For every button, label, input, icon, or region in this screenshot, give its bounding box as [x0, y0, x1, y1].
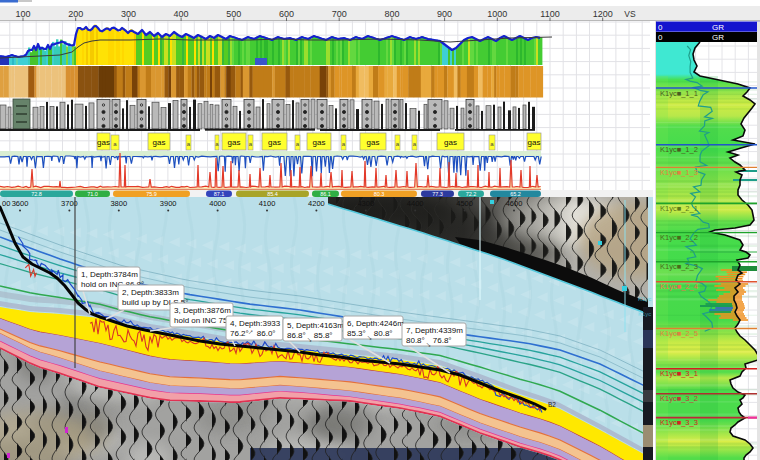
svg-text:1100: 1100 [540, 9, 559, 19]
svg-text:71.0: 71.0 [87, 191, 98, 197]
svg-text:7, Depth:4339m: 7, Depth:4339m [406, 326, 463, 335]
svg-text:900: 900 [437, 9, 452, 19]
svg-text:4600: 4600 [506, 199, 523, 208]
svg-text:VS: VS [624, 9, 636, 19]
svg-text:K1yc■_3_3: K1yc■_3_3 [660, 418, 698, 427]
svg-text:gas: gas [153, 138, 166, 147]
svg-text:87.1: 87.1 [214, 191, 225, 197]
svg-text:4400: 4400 [407, 199, 424, 208]
svg-text:K1yc■_2_2: K1yc■_2_2 [660, 233, 698, 242]
svg-text:800: 800 [384, 9, 399, 19]
svg-text:K1yc■_1_2: K1yc■_1_2 [660, 145, 698, 154]
svg-text:4200: 4200 [308, 199, 325, 208]
svg-text:4000: 4000 [209, 199, 226, 208]
svg-text:77.3: 77.3 [432, 191, 443, 197]
svg-text:1000: 1000 [487, 9, 507, 19]
svg-text:K1yc: K1yc [638, 311, 651, 317]
svg-text:1200: 1200 [593, 9, 613, 19]
svg-text:700: 700 [332, 9, 347, 19]
svg-text:100: 100 [15, 9, 30, 19]
svg-text:K1yc■_2_1: K1yc■_2_1 [660, 204, 698, 213]
svg-text:600: 600 [279, 9, 294, 19]
svg-text:K1yc■_3_2: K1yc■_3_2 [660, 394, 698, 403]
svg-text:gas: gas [528, 138, 541, 147]
svg-text:gas: gas [228, 138, 241, 147]
svg-text:K1yc■_2_3: K1yc■_2_3 [660, 262, 698, 271]
svg-text:gas: gas [97, 138, 110, 147]
svg-text:5, Depth:4163m: 5, Depth:4163m [287, 321, 344, 330]
svg-text:85.4: 85.4 [267, 191, 278, 197]
svg-text:72.2: 72.2 [466, 191, 477, 197]
svg-text:4300: 4300 [357, 199, 374, 208]
svg-text:500: 500 [226, 9, 241, 19]
svg-text:3800: 3800 [110, 199, 127, 208]
svg-text:0: 0 [658, 33, 663, 42]
svg-text:00: 00 [2, 199, 10, 208]
svg-text:2, Depth:3833m: 2, Depth:3833m [122, 288, 179, 297]
svg-text:65.2: 65.2 [510, 191, 521, 197]
svg-text:B2: B2 [548, 401, 556, 408]
svg-text:0: 0 [658, 23, 663, 32]
svg-text:GR: GR [712, 33, 724, 42]
svg-text:K1yc■_2_4: K1yc■_2_4 [660, 282, 698, 291]
svg-text:1, Depth:3784m: 1, Depth:3784m [81, 270, 138, 279]
svg-text:300: 300 [121, 9, 136, 19]
svg-text:K1yc■_1_1: K1yc■_1_1 [660, 89, 698, 98]
svg-text:72.8: 72.8 [31, 191, 42, 197]
svg-text:86.1: 86.1 [320, 191, 331, 197]
svg-text:K1yc: K1yc [638, 296, 651, 302]
svg-text:K1yc■_3_1: K1yc■_3_1 [660, 369, 698, 378]
svg-text:K1yc■_1_3: K1yc■_1_3 [660, 168, 698, 177]
svg-text:K1yc■_2_5: K1yc■_2_5 [660, 329, 698, 338]
svg-text:200: 200 [68, 9, 83, 19]
svg-text:6, Depth:4246m: 6, Depth:4246m [347, 319, 404, 328]
svg-text:gas: gas [313, 138, 326, 147]
svg-text:4500: 4500 [456, 199, 473, 208]
svg-text:gas: gas [268, 138, 281, 147]
svg-text:3900: 3900 [160, 199, 177, 208]
svg-text:400: 400 [174, 9, 189, 19]
svg-text:hold on INC 75°: hold on INC 75° [174, 316, 231, 325]
svg-text:GR: GR [712, 23, 724, 32]
svg-text:3600: 3600 [12, 199, 29, 208]
svg-text:gas: gas [367, 138, 380, 147]
svg-text:gas: gas [444, 138, 457, 147]
svg-text:4100: 4100 [259, 199, 276, 208]
svg-text:80.3: 80.3 [374, 191, 385, 197]
svg-text:4, Depth:3933: 4, Depth:3933 [230, 319, 281, 328]
svg-text:75.9: 75.9 [146, 191, 157, 197]
svg-text:3, Depth:3876m: 3, Depth:3876m [174, 306, 231, 315]
